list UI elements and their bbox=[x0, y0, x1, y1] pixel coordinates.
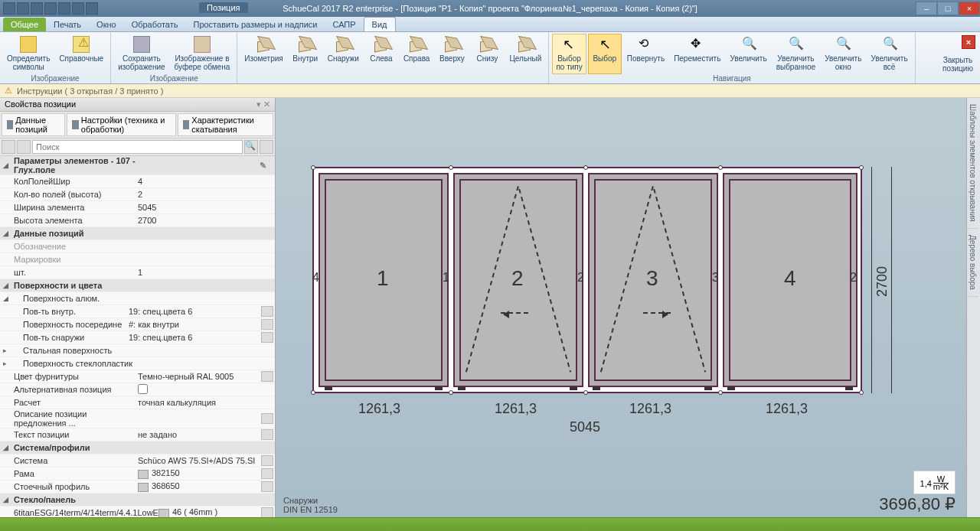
u-value: 1,4Wm²K bbox=[913, 471, 956, 494]
btn-outside[interactable]: Снаружи bbox=[324, 34, 363, 74]
btn-right[interactable]: Справа bbox=[400, 34, 434, 74]
maximize-button[interactable]: □ bbox=[937, 2, 959, 15]
zoom-icon: 🔍 bbox=[740, 36, 757, 53]
search-button[interactable]: 🔍 bbox=[244, 140, 258, 154]
window-buttons: – □ × bbox=[916, 2, 980, 15]
panel-tab-settings[interactable]: Настройки (техника и обработки) bbox=[67, 113, 176, 136]
btn-select[interactable]: ↖Выбор bbox=[588, 34, 622, 74]
window-drawing: 1 2 3 4 4 1 2 3 2 bbox=[312, 167, 862, 393]
btn-zoom-selected[interactable]: 🔍Увеличить выбранное bbox=[773, 34, 820, 74]
tab-cad[interactable]: САПР bbox=[325, 18, 363, 31]
minimize-button[interactable]: – bbox=[916, 2, 937, 15]
cube-icon bbox=[479, 36, 495, 53]
cube-icon bbox=[256, 36, 273, 53]
instruction-bar[interactable]: ⚠ Инструкции ( 3 открытая / 3 принято ) bbox=[0, 84, 980, 98]
panel-tab-data[interactable]: Данные позиций bbox=[2, 113, 65, 136]
altpos-checkbox[interactable] bbox=[138, 384, 148, 394]
ribbon-tabs: Общее Печать Окно Обработать Проставить … bbox=[0, 17, 980, 32]
qat-btn[interactable] bbox=[31, 2, 43, 15]
chart-icon bbox=[183, 120, 189, 129]
zoom-icon: 🔍 bbox=[787, 36, 804, 53]
panel-tab-rolling[interactable]: Характеристики скатывания bbox=[178, 113, 273, 136]
cursor-icon: ↖ bbox=[561, 36, 578, 53]
dropdown-button[interactable] bbox=[261, 468, 273, 479]
save-icon bbox=[133, 36, 150, 53]
btn-select-by-type[interactable]: ↖Выбор по типу bbox=[552, 34, 586, 74]
close-position-label: Закрыть позицию bbox=[937, 56, 978, 73]
dropdown-button[interactable] bbox=[261, 306, 273, 317]
qat-btn[interactable] bbox=[86, 2, 98, 15]
rtab-tree[interactable]: Дерево выбора bbox=[967, 229, 978, 297]
btn-define-symbols[interactable]: Определить символы bbox=[3, 34, 54, 74]
tab-view[interactable]: Вид bbox=[364, 17, 396, 31]
btn-whole[interactable]: Цельный bbox=[505, 34, 545, 74]
tab-window[interactable]: Окно bbox=[89, 18, 124, 31]
dropdown-button[interactable] bbox=[261, 507, 273, 517]
dropdown-button[interactable] bbox=[261, 413, 273, 424]
btn-save-image[interactable]: Сохранить изображение bbox=[114, 34, 168, 74]
dropdown-button[interactable] bbox=[261, 319, 273, 330]
filter-button[interactable] bbox=[2, 140, 15, 154]
move-icon: ✥ bbox=[689, 36, 706, 53]
dropdown-button[interactable] bbox=[261, 371, 273, 382]
dropdown-button[interactable] bbox=[261, 429, 273, 440]
dropdown-button[interactable] bbox=[261, 481, 273, 492]
edit-icon[interactable]: ✎ bbox=[260, 161, 272, 171]
btn-reference[interactable]: ⚠Справочные bbox=[55, 34, 107, 74]
btn-bottom[interactable]: Снизу bbox=[470, 34, 504, 74]
btn-rotate[interactable]: ⟲Повернуть bbox=[623, 34, 668, 74]
btn-inside[interactable]: Внутри bbox=[289, 34, 322, 74]
view-info: Снаружи DIN EN 12519 bbox=[283, 496, 338, 514]
sort-button[interactable] bbox=[17, 140, 31, 154]
price: 3696,80 ₽ bbox=[879, 494, 956, 514]
titlebar: Позиция SchueCal 2017 R2 enterprise - [П… bbox=[0, 0, 980, 17]
quick-access-toolbar bbox=[0, 2, 98, 15]
search-input[interactable] bbox=[32, 140, 243, 154]
cube-icon bbox=[443, 36, 460, 53]
btn-left[interactable]: Слева bbox=[364, 34, 398, 74]
close-position-button[interactable]: × bbox=[962, 35, 975, 49]
tab-edit[interactable]: Обработать bbox=[124, 18, 186, 31]
qat-btn[interactable] bbox=[17, 2, 29, 15]
btn-move[interactable]: ✥Переместить bbox=[670, 34, 724, 74]
cube-icon bbox=[335, 36, 351, 53]
btn-zoom[interactable]: 🔍Увеличить bbox=[726, 34, 770, 74]
btn-clipboard-image[interactable]: Изображение в буфере обмена bbox=[171, 34, 234, 74]
tab-dimensions[interactable]: Проставить размеры и надписи bbox=[185, 18, 325, 31]
cube-icon bbox=[408, 36, 425, 53]
qat-btn[interactable] bbox=[44, 2, 57, 15]
cube-icon bbox=[297, 36, 314, 53]
dropdown-button[interactable] bbox=[261, 332, 273, 343]
document-tab[interactable]: Позиция bbox=[199, 2, 248, 13]
btn-isometry[interactable]: Изометрия bbox=[240, 34, 286, 74]
cube-icon bbox=[373, 36, 390, 53]
cursor-icon: ↖ bbox=[596, 36, 613, 53]
expand-button[interactable] bbox=[260, 140, 273, 154]
properties-panel: Свойства позиции▾ ✕ Данные позиций Настр… bbox=[0, 98, 276, 517]
qat-btn[interactable] bbox=[72, 2, 84, 15]
zoom-icon: 🔍 bbox=[835, 36, 851, 53]
panel-title: Свойства позиции▾ ✕ bbox=[0, 98, 275, 112]
dropdown-button[interactable] bbox=[261, 455, 273, 466]
properties-body[interactable]: ◢Параметры элементов - 107 - Глух.поле✎ … bbox=[0, 156, 275, 517]
tab-general[interactable]: Общее bbox=[3, 18, 46, 31]
close-button[interactable]: × bbox=[959, 2, 980, 15]
btn-zoom-window[interactable]: 🔍Увеличить окно bbox=[821, 34, 865, 74]
qat-btn[interactable] bbox=[58, 2, 70, 15]
cube-icon bbox=[517, 36, 534, 53]
zoom-icon: 🔍 bbox=[881, 36, 898, 53]
status-bar bbox=[0, 517, 980, 531]
btn-zoom-all[interactable]: 🔍Увеличить всё bbox=[867, 34, 911, 74]
drawing-canvas[interactable]: 1 2 3 4 4 1 2 3 2 bbox=[276, 98, 966, 517]
warning-icon: ⚠ bbox=[5, 86, 12, 96]
gear-icon bbox=[72, 120, 78, 129]
app-title: SchueCal 2017 R2 enterprise - [Позиция "… bbox=[283, 4, 697, 13]
btn-top[interactable]: Вверху bbox=[435, 34, 469, 74]
doc-icon bbox=[7, 120, 13, 129]
tab-print[interactable]: Печать bbox=[46, 18, 89, 31]
rtab-templates[interactable]: Шаблоны элементов открывания bbox=[967, 98, 978, 229]
rotate-icon: ⟲ bbox=[637, 36, 654, 53]
qat-btn[interactable] bbox=[3, 2, 15, 15]
ribbon: Определить символы ⚠Справочные Изображен… bbox=[0, 32, 980, 84]
clipboard-icon bbox=[194, 36, 211, 53]
